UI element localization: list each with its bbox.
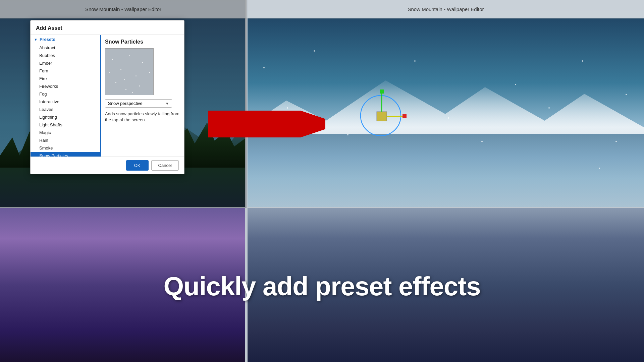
snow-particle — [136, 75, 137, 76]
sparkle — [548, 107, 550, 109]
dialog-title: Add Asset — [31, 20, 184, 35]
tree-item-leaves[interactable]: Leaves — [31, 106, 100, 113]
sparkle — [515, 84, 516, 85]
dropdown-arrow-icon: ▼ — [165, 102, 169, 106]
dialog-body: ▼ Presets Abstract Bubbles Ember Fern Fi… — [31, 35, 184, 157]
titlebar-right: Snow Mountain - Wallpaper Editor — [248, 0, 644, 18]
tree-item-ember[interactable]: Ember — [31, 59, 100, 67]
preset-dropdown[interactable]: Snow perspective ▼ — [105, 99, 172, 108]
svg-rect-3 — [377, 112, 387, 121]
snow-particle — [109, 72, 110, 73]
snow-particle — [132, 92, 133, 93]
red-arrow — [208, 111, 325, 137]
snow-particle — [149, 72, 150, 73]
transform-gizmo — [354, 85, 408, 139]
sparkle — [599, 168, 600, 169]
bottom-caption: Quickly add preset effects — [0, 271, 644, 302]
presets-arrow-icon: ▼ — [34, 38, 38, 42]
cancel-button[interactable]: Cancel — [151, 160, 179, 171]
tree-item-magic[interactable]: Magic — [31, 129, 100, 136]
sparkle — [481, 141, 483, 142]
asset-name-title: Snow Particles — [105, 39, 180, 45]
snow-particle — [139, 85, 140, 86]
asset-tree-panel[interactable]: ▼ Presets Abstract Bubbles Ember Fern Fi… — [31, 35, 101, 157]
sparkle — [626, 94, 627, 95]
sparkle — [414, 60, 416, 62]
tree-item-snow-particles[interactable]: Snow Particles — [31, 152, 100, 157]
tree-item-fern[interactable]: Fern — [31, 67, 100, 75]
ok-button[interactable]: OK — [126, 160, 149, 171]
sparkle — [314, 50, 315, 52]
tree-item-bubbles[interactable]: Bubbles — [31, 52, 100, 59]
snow-particle — [129, 55, 130, 56]
asset-detail-panel: Snow Particles Snow perspectiv — [101, 35, 184, 157]
titlebar-right-text: Snow Mountain - Wallpaper Editor — [408, 6, 484, 12]
presets-section-header[interactable]: ▼ Presets — [31, 35, 100, 44]
snow-particle — [120, 69, 121, 70]
svg-rect-7 — [402, 114, 407, 118]
snow-particle — [124, 79, 125, 80]
background-right — [247, 0, 644, 208]
tree-item-abstract[interactable]: Abstract — [31, 44, 100, 52]
sparkle — [263, 67, 265, 68]
snow-particle — [115, 82, 116, 83]
asset-preview-thumbnail — [105, 48, 154, 95]
snow-particle — [142, 62, 143, 63]
dialog-footer: OK Cancel — [31, 157, 184, 174]
tree-item-light-shafts[interactable]: Light Shafts — [31, 121, 100, 129]
tree-item-fog[interactable]: Fog — [31, 90, 100, 98]
dropdown-value: Snow perspective — [108, 101, 143, 106]
tree-item-smoke[interactable]: Smoke — [31, 144, 100, 152]
tree-item-rain[interactable]: Rain — [31, 136, 100, 144]
sparkle — [347, 134, 348, 135]
sparkle — [287, 107, 288, 109]
svg-rect-5 — [380, 89, 384, 94]
tree-item-fireworks[interactable]: Fireworks — [31, 82, 100, 90]
sparkle — [448, 117, 449, 119]
add-asset-dialog: Add Asset ▼ Presets Abstract Bubbles Emb… — [30, 20, 184, 174]
presets-label: Presets — [40, 37, 55, 42]
snow-particle — [125, 89, 126, 90]
tree-item-fire[interactable]: Fire — [31, 75, 100, 82]
tree-item-lightning[interactable]: Lightning — [31, 113, 100, 121]
snow-particle — [112, 59, 113, 60]
tree-item-interactive[interactable]: Interactive — [31, 98, 100, 106]
asset-description: Adds snow particles slowly falling from … — [105, 111, 180, 123]
sparkle — [582, 60, 583, 62]
sparkle — [615, 141, 617, 142]
lake-reflection — [247, 134, 644, 208]
